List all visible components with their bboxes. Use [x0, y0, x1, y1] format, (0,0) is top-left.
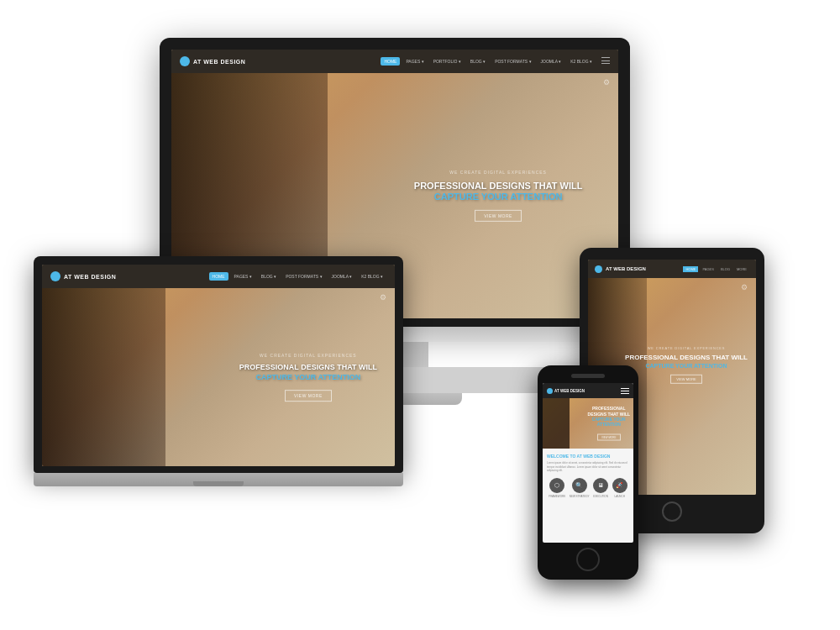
nav-k2[interactable]: K2 BLOG ▾: [567, 57, 596, 66]
phone-outer: AT WEB DESIGN PROFESSIONALDESIGNS THAT W…: [538, 365, 638, 580]
framework-label: FRAMEWORK: [549, 495, 565, 498]
tablet-hero-blue: CAPTURE YOUR ATTENTION: [625, 362, 748, 368]
tablet-hero-content: WE CREATE DIGITAL EXPERIENCES PROFESSION…: [625, 346, 748, 383]
tablet-nav-blog[interactable]: BLOG: [718, 266, 732, 272]
laptop-hero-btn[interactable]: VIEW MORE: [285, 390, 332, 402]
laptop-device: AT WEB DESIGN HOME PAGES ▾ BLOG ▾ POST F…: [34, 256, 403, 486]
nav-blog[interactable]: BLOG ▾: [467, 57, 489, 66]
execution-icon: 🖥: [593, 478, 608, 493]
laptop-gear-icon[interactable]: ⚙: [380, 293, 390, 303]
laptop-base: [34, 473, 403, 486]
gear-icon[interactable]: ⚙: [603, 78, 613, 88]
phone-icon-launch: 🚀 LAUNCH: [612, 478, 627, 498]
tablet-hero-btn[interactable]: VIEW MORE: [670, 374, 701, 383]
tablet-nav-items: HOME PAGES BLOG MORE: [683, 266, 749, 272]
tablet-home-button[interactable]: [662, 501, 682, 522]
phone-hamburger-icon[interactable]: [621, 388, 629, 394]
tablet-nav-more[interactable]: MORE: [734, 266, 749, 272]
phone-screen: AT WEB DESIGN PROFESSIONALDESIGNS THAT W…: [543, 383, 633, 543]
desktop-logo: AT WEB DESIGN: [180, 56, 245, 66]
phone-hero-title: PROFESSIONALDESIGNS THAT WILL: [588, 406, 630, 417]
tablet-logo-dot: [595, 265, 602, 273]
laptop-hero-title: PROFESSIONAL DESIGNS THAT WILL: [239, 363, 377, 373]
laptop-hero-sub: WE CREATE DIGITAL EXPERIENCES: [239, 353, 377, 358]
tablet-hero-sub: WE CREATE DIGITAL EXPERIENCES: [625, 346, 748, 350]
laptop-nav: AT WEB DESIGN HOME PAGES ▾ BLOG ▾ POST F…: [42, 265, 395, 288]
phone-icon-execution: 🖥 EXECUTION: [593, 478, 608, 498]
laptop-nav-items: HOME PAGES ▾ BLOG ▾ POST FORMATS ▾ JOOML…: [209, 272, 386, 281]
desktop-nav: AT WEB DESIGN HOME PAGES ▾ PORTFOLIO ▾ B…: [171, 50, 618, 73]
nav-portfolio[interactable]: PORTFOLIO ▾: [430, 57, 465, 66]
phone-hero-content: PROFESSIONALDESIGNS THAT WILL CAPTURE YO…: [588, 406, 630, 442]
laptop-nav-joomla[interactable]: JOOMLA ▾: [328, 272, 356, 281]
laptop-hero-content: WE CREATE DIGITAL EXPERIENCES PROFESSION…: [239, 353, 377, 402]
tablet-nav-home[interactable]: HOME: [683, 266, 698, 272]
hamburger-icon[interactable]: [601, 57, 610, 64]
logo-dot: [180, 56, 190, 66]
nav-home[interactable]: HOME: [381, 57, 400, 66]
nav-post-formats[interactable]: POST FORMATS ▾: [491, 57, 534, 66]
laptop-hero-blue: CAPTURE YOUR ATTENTION: [239, 373, 377, 381]
hero-title-line1: PROFESSIONAL DESIGNS THAT WILL: [414, 180, 583, 192]
logo-text: AT WEB DESIGN: [193, 59, 245, 65]
laptop-screen: AT WEB DESIGN HOME PAGES ▾ BLOG ▾ POST F…: [42, 265, 395, 466]
execution-label: EXECUTION: [593, 495, 608, 498]
nav-pages[interactable]: PAGES ▾: [402, 57, 427, 66]
laptop-logo-text: AT WEB DESIGN: [64, 274, 116, 280]
phone-body-content: WELCOME TO AT WEB DESIGN Lorem ipsum dol…: [543, 449, 633, 507]
strategy-icon: 🔍: [572, 478, 587, 493]
phone-speaker: [571, 374, 605, 378]
laptop-nav-k2[interactable]: K2 BLOG ▾: [358, 272, 386, 281]
nav-joomla[interactable]: JOOMLA ▾: [538, 57, 565, 66]
phone-icon-framework: ⬡ FRAMEWORK: [549, 478, 565, 498]
tablet-logo-text: AT WEB DESIGN: [606, 266, 646, 271]
hero-subtitle: WE CREATE DIGITAL EXPERIENCES: [414, 170, 583, 175]
phone-icon-strategy: 🔍 NEW STRATEGY: [570, 478, 590, 498]
phone-logo-dot: [547, 388, 553, 394]
tablet-nav-pages[interactable]: PAGES: [700, 266, 717, 272]
phone-icons-row: ⬡ FRAMEWORK 🔍 NEW STRATEGY 🖥 EXECUTION: [547, 478, 629, 498]
laptop-logo: AT WEB DESIGN: [50, 271, 116, 281]
laptop-nav-post[interactable]: POST FORMATS ▾: [282, 272, 325, 281]
framework-icon: ⬡: [549, 478, 564, 493]
devices-container: AT WEB DESIGN HOME PAGES ▾ PORTFOLIO ▾ B…: [8, 13, 832, 617]
hero-cta-button[interactable]: VIEW MORE: [475, 210, 522, 222]
phone-body-text: Lorem ipsum dolor sit amet, consectetur …: [547, 461, 629, 473]
laptop-nav-pages[interactable]: PAGES ▾: [231, 272, 255, 281]
laptop-logo-dot: [50, 271, 60, 281]
tablet-nav: AT WEB DESIGN HOME PAGES BLOG MORE: [588, 260, 756, 278]
laptop-nav-home[interactable]: HOME: [209, 272, 228, 281]
tablet-gear-icon[interactable]: ⚙: [741, 283, 751, 293]
phone-hero-btn[interactable]: VIEW MORE: [597, 434, 621, 441]
launch-icon: 🚀: [612, 478, 627, 493]
launch-label: LAUNCH: [615, 495, 625, 498]
phone-home-button[interactable]: [576, 548, 600, 571]
tablet-hero-title: PROFESSIONAL DESIGNS THAT WILL: [625, 354, 748, 362]
desktop-nav-items: HOME PAGES ▾ PORTFOLIO ▾ BLOG ▾ POST FOR…: [381, 57, 610, 66]
phone-nav: AT WEB DESIGN: [543, 383, 633, 398]
strategy-label: NEW STRATEGY: [570, 495, 590, 498]
phone-welcome-title: WELCOME TO AT WEB DESIGN: [547, 454, 629, 459]
phone-logo-text: AT WEB DESIGN: [554, 389, 585, 393]
phone-device: AT WEB DESIGN PROFESSIONALDESIGNS THAT W…: [538, 365, 638, 580]
phone-hero-blue: CAPTURE YOURATTENTION: [588, 417, 630, 427]
laptop-hero: WE CREATE DIGITAL EXPERIENCES PROFESSION…: [42, 288, 395, 466]
laptop-screen-outer: AT WEB DESIGN HOME PAGES ▾ BLOG ▾ POST F…: [34, 256, 403, 473]
hero-title-line2: CAPTURE YOUR ATTENTION: [414, 192, 583, 202]
phone-hero: PROFESSIONALDESIGNS THAT WILL CAPTURE YO…: [543, 398, 633, 449]
laptop-nav-blog[interactable]: BLOG ▾: [258, 272, 280, 281]
hero-content: WE CREATE DIGITAL EXPERIENCES PROFESSION…: [414, 170, 583, 222]
